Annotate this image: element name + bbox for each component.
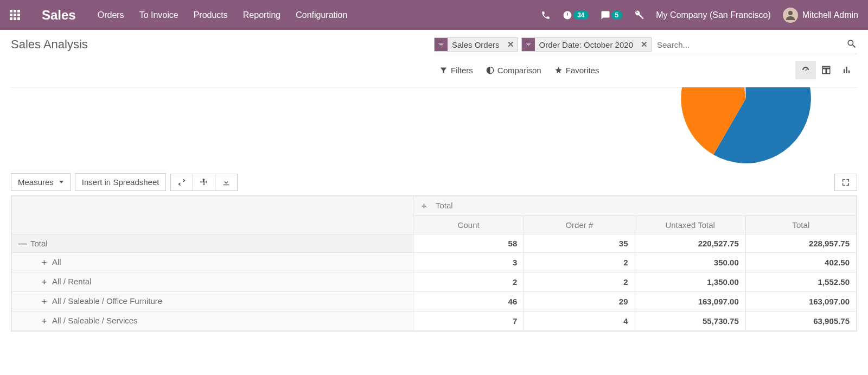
cell-value[interactable]: 402.50 (745, 253, 856, 272)
measures-button[interactable]: Measures (11, 173, 71, 191)
row-label-text: All / Saleable / Office Furniture (52, 296, 162, 306)
search-input[interactable] (655, 38, 846, 52)
dashboard-view-button[interactable] (795, 61, 816, 79)
favorites-dropdown[interactable]: Favorites (554, 66, 599, 75)
page-title: Sales Analysis (11, 37, 88, 52)
cell-value[interactable]: 163,097.00 (635, 292, 745, 312)
download-button[interactable] (215, 174, 238, 191)
row-header[interactable]: ＋All / Rental (12, 272, 413, 292)
user-menu[interactable]: Mitchell Admin (783, 8, 858, 23)
cell-value[interactable]: 35 (524, 234, 635, 253)
expand-row-icon[interactable]: ＋ (40, 296, 48, 307)
messages-icon[interactable]: 5 (601, 10, 623, 20)
cell-value[interactable]: 2 (413, 272, 524, 292)
graph-view-button[interactable] (837, 61, 857, 79)
tools-icon[interactable] (634, 10, 644, 20)
row-label-text: All / Rental (52, 277, 92, 286)
total-header-label: Total (436, 201, 453, 210)
cell-value[interactable]: 63,905.75 (745, 312, 856, 331)
filter-icon (435, 38, 448, 51)
cell-value[interactable]: 1,350.00 (635, 272, 745, 292)
cell-value[interactable]: 4 (524, 312, 635, 331)
activities-icon[interactable]: 34 (563, 10, 588, 20)
search-bar: Sales Orders ✕ Order Date: October 2020 … (434, 37, 857, 54)
fullscreen-button[interactable] (834, 174, 857, 191)
expand-all-button[interactable] (193, 174, 215, 191)
cell-value[interactable]: 163,097.00 (745, 292, 856, 312)
col-total[interactable]: Total (745, 216, 856, 234)
search-facet-sales-orders: Sales Orders ✕ (434, 37, 518, 52)
cell-value[interactable]: 350.00 (635, 253, 745, 272)
contrast-icon (486, 66, 494, 74)
col-count[interactable]: Count (413, 216, 524, 234)
table-icon (821, 65, 831, 75)
svg-point-0 (788, 11, 793, 15)
facet-remove-icon[interactable]: ✕ (504, 40, 518, 49)
menu-orders[interactable]: Orders (98, 10, 124, 20)
row-header[interactable]: ＋All / Saleable / Services (12, 312, 413, 331)
pivot-toolbar: Measures Insert in Spreadsheet (0, 169, 868, 195)
expand-column-icon[interactable]: ＋ (420, 201, 428, 210)
cell-value[interactable]: 46 (413, 292, 524, 312)
navbar: Sales Orders To Invoice Products Reporti… (0, 0, 868, 30)
chart-area (0, 87, 868, 169)
flip-axis-button[interactable] (170, 174, 193, 191)
cell-value[interactable]: 228,957.75 (745, 234, 856, 253)
row-label-text: All (52, 257, 61, 266)
row-header[interactable]: —Total (12, 234, 413, 253)
insert-spreadsheet-button[interactable]: Insert in Spreadsheet (75, 173, 167, 191)
pivot-view-button[interactable] (816, 61, 837, 79)
view-switcher (795, 61, 857, 79)
expand-icon (200, 178, 208, 187)
cell-value[interactable]: 2 (524, 253, 635, 272)
menu-reporting[interactable]: Reporting (243, 10, 280, 20)
comparison-label: Comparison (497, 66, 541, 75)
download-icon (222, 178, 231, 187)
measures-label: Measures (18, 177, 54, 187)
main-menu: Orders To Invoice Products Reporting Con… (98, 10, 348, 20)
cell-value[interactable]: 1,552.50 (745, 272, 856, 292)
cell-value[interactable]: 3 (413, 253, 524, 272)
expand-row-icon[interactable]: ＋ (40, 316, 48, 326)
filter-icon (522, 38, 535, 51)
activities-badge: 34 (573, 11, 588, 20)
gauge-icon (801, 65, 810, 75)
brand[interactable]: Sales (42, 8, 76, 23)
column-total-header[interactable]: ＋ Total (413, 196, 857, 216)
cell-value[interactable]: 7 (413, 312, 524, 331)
col-order-number[interactable]: Order # (524, 216, 635, 234)
pivot-button-group (170, 174, 238, 191)
pie-chart[interactable] (675, 87, 816, 169)
apps-icon[interactable] (10, 10, 20, 20)
swap-icon (177, 178, 186, 187)
filters-dropdown[interactable]: Filters (439, 66, 473, 75)
row-header[interactable]: ＋All (12, 253, 413, 272)
facet-remove-icon[interactable]: ✕ (637, 40, 651, 49)
caret-down-icon (59, 181, 63, 183)
expand-row-icon[interactable]: ＋ (40, 257, 48, 268)
menu-to-invoice[interactable]: To Invoice (139, 10, 178, 20)
cell-value[interactable]: 55,730.75 (635, 312, 745, 331)
expand-row-icon[interactable]: ＋ (40, 277, 48, 287)
phone-icon[interactable] (541, 10, 551, 20)
cell-value[interactable]: 220,527.75 (635, 234, 745, 253)
col-untaxed-total[interactable]: Untaxed Total (635, 216, 745, 234)
company-selector[interactable]: My Company (San Francisco) (656, 10, 771, 20)
cell-value[interactable]: 2 (524, 272, 635, 292)
messages-badge: 5 (611, 11, 623, 20)
search-options: Filters Comparison Favorites (439, 66, 599, 75)
collapse-row-icon[interactable]: — (18, 239, 26, 248)
bar-chart-icon (842, 65, 852, 75)
menu-products[interactable]: Products (194, 10, 228, 20)
facet-label: Order Date: October 2020 (535, 40, 637, 49)
cell-value[interactable]: 58 (413, 234, 524, 253)
favorites-label: Favorites (566, 66, 599, 75)
row-label-text: Total (30, 239, 48, 248)
avatar (783, 8, 798, 23)
comparison-dropdown[interactable]: Comparison (486, 66, 541, 75)
empty-header (12, 196, 413, 234)
cell-value[interactable]: 29 (524, 292, 635, 312)
search-icon[interactable] (846, 39, 857, 51)
menu-configuration[interactable]: Configuration (296, 10, 347, 20)
row-header[interactable]: ＋All / Saleable / Office Furniture (12, 292, 413, 312)
